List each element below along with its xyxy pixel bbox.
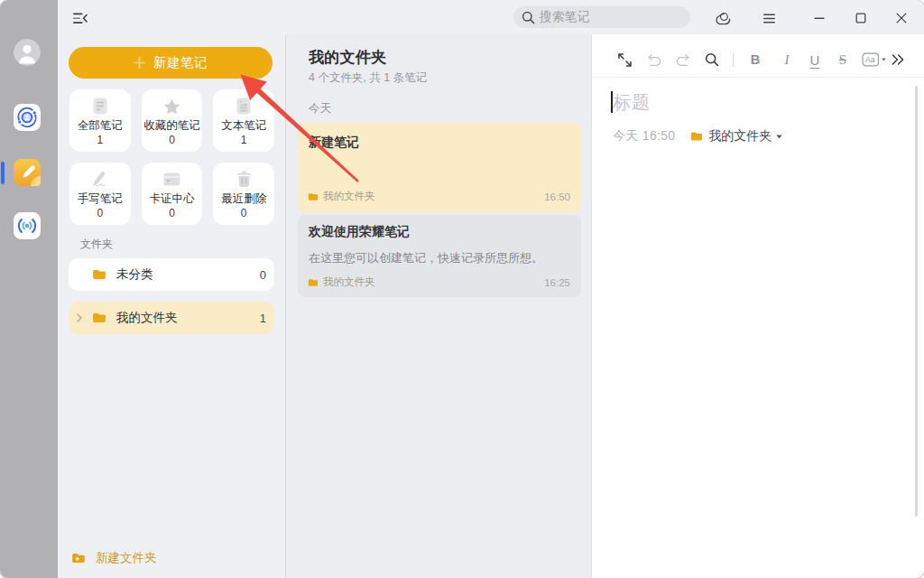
- more-tools-button[interactable]: [886, 48, 910, 71]
- folder-count: 0: [260, 268, 266, 282]
- category-all-notes[interactable]: 全部笔记 1: [69, 89, 131, 152]
- category-count: 1: [241, 134, 247, 146]
- expand-icon: [617, 52, 633, 68]
- note-folder: 我的文件夹: [323, 275, 544, 289]
- minimize-icon: [814, 13, 825, 23]
- category-grid: 全部笔记 1 收藏的笔记 0: [69, 89, 274, 225]
- note-time: 16:25: [544, 277, 570, 288]
- app-menu-button[interactable]: [757, 6, 781, 30]
- underline-glyph: U: [810, 52, 820, 68]
- redo-icon: [676, 54, 689, 66]
- note-title-placeholder[interactable]: 标题: [613, 90, 651, 115]
- maximize-button[interactable]: [849, 6, 873, 30]
- editor-toolbar: B I U S Aa: [592, 34, 924, 78]
- note-list-title: 我的文件夹: [309, 47, 387, 68]
- category-starred-notes[interactable]: 收藏的笔记 0: [142, 89, 203, 152]
- category-count: 0: [241, 207, 247, 219]
- new-folder-label: 新建文件夹: [96, 550, 157, 566]
- sync-button[interactable]: [711, 6, 735, 30]
- category-label: 收藏的笔记: [143, 119, 200, 133]
- note-folder: 我的文件夹: [323, 190, 544, 203]
- folder-name: 未分类: [116, 266, 260, 283]
- font-style-button[interactable]: Aa: [859, 48, 890, 71]
- minimize-button[interactable]: [808, 6, 831, 30]
- strikethrough-glyph: S: [839, 52, 846, 68]
- titlebar: 搜索笔记: [58, 0, 924, 34]
- redo-button[interactable]: [670, 48, 694, 71]
- category-count: 0: [169, 207, 175, 219]
- menu-icon: [763, 14, 775, 23]
- note-group-label: 今天: [309, 101, 331, 117]
- folder-selector[interactable]: 我的文件夹: [690, 128, 782, 144]
- bold-glyph: B: [751, 52, 760, 67]
- note-time: 16:50: [544, 191, 570, 202]
- collapse-sidebar-button[interactable]: [72, 12, 90, 25]
- category-card-center[interactable]: 卡证中心 0: [142, 163, 203, 225]
- folder-icon: [92, 311, 106, 325]
- note-card-new-note[interactable]: 新建笔记 我的文件夹 16:50: [298, 123, 581, 212]
- note-timestamp: 今天 16:50: [613, 128, 675, 144]
- italic-button[interactable]: I: [775, 48, 799, 71]
- note-card-welcome[interactable]: 欢迎使用荣耀笔记 在这里您可以创建笔记，快速记录所思所想。 我的文件夹 16:2…: [298, 215, 581, 297]
- search-icon: [522, 11, 535, 24]
- new-note-button[interactable]: 新建笔记: [69, 47, 273, 79]
- note-meta-row: 今天 16:50 我的文件夹: [613, 128, 782, 144]
- folder-name: 我的文件夹: [116, 310, 260, 326]
- folder-icon: [92, 267, 106, 282]
- user-avatar[interactable]: [14, 39, 41, 66]
- plus-icon: [134, 57, 145, 69]
- fullscreen-button[interactable]: [613, 48, 636, 71]
- close-icon: [896, 13, 907, 23]
- user-avatar-icon: [14, 39, 41, 66]
- active-app-indicator: [1, 162, 5, 184]
- app-window: 搜索笔记: [0, 0, 924, 578]
- category-label: 最近删除: [221, 192, 266, 206]
- double-chevron-right-icon: [892, 54, 904, 65]
- category-count: 1: [97, 134, 103, 146]
- new-folder-button[interactable]: 新建文件夹: [71, 550, 157, 566]
- device-collaboration-app-icon[interactable]: [14, 104, 41, 131]
- dock-rail: [0, 0, 58, 578]
- category-text-notes[interactable]: 文本笔记 1: [213, 89, 274, 152]
- undo-icon: [648, 54, 661, 66]
- folder-icon: [308, 191, 319, 202]
- folder-count: 1: [260, 312, 266, 325]
- search-input[interactable]: 搜索笔记: [513, 6, 690, 28]
- close-button[interactable]: [890, 6, 913, 30]
- caret-down-icon: [776, 135, 782, 139]
- collapse-sidebar-icon: [72, 13, 88, 24]
- broadcast-app-icon[interactable]: [14, 212, 41, 239]
- italic-glyph: I: [785, 52, 790, 68]
- undo-button[interactable]: [642, 48, 666, 71]
- new-folder-icon: [71, 551, 86, 565]
- star-icon: [163, 98, 180, 115]
- category-count: 0: [97, 207, 103, 219]
- note-preview: 在这里您可以创建笔记，快速记录所思所想。: [309, 250, 570, 266]
- note-title: 欢迎使用荣耀笔记: [309, 224, 570, 240]
- category-label: 全部笔记: [78, 119, 123, 133]
- sidebar: 新建笔记 全部笔记 1: [58, 34, 286, 578]
- bold-button[interactable]: B: [744, 48, 767, 71]
- new-note-label: 新建笔记: [153, 54, 208, 71]
- underline-button[interactable]: U: [803, 48, 827, 71]
- note-title: 新建笔记: [309, 135, 570, 151]
- category-recently-deleted[interactable]: 最近删除 0: [213, 163, 274, 225]
- strikethrough-button[interactable]: S: [831, 48, 855, 71]
- folder-row-uncategorized[interactable]: 未分类 0: [69, 258, 274, 291]
- search-icon: [705, 52, 719, 67]
- category-count: 0: [169, 134, 175, 146]
- toolbar-divider: [733, 52, 734, 67]
- folders-section-label: 文件夹: [80, 237, 113, 252]
- category-label: 手写笔记: [78, 192, 123, 206]
- editor-scrollbar[interactable]: [915, 86, 918, 517]
- font-style-icon: Aa: [862, 52, 887, 67]
- find-in-note-button[interactable]: [700, 48, 724, 71]
- chevron-right-icon: [77, 313, 92, 322]
- category-label: 卡证中心: [149, 192, 194, 206]
- search-placeholder: 搜索笔记: [540, 9, 590, 25]
- notes-app-icon[interactable]: [14, 159, 41, 186]
- folder-selector-label: 我的文件夹: [708, 128, 772, 144]
- svg-text:Aa: Aa: [865, 55, 875, 64]
- folder-row-my-folder[interactable]: 我的文件夹 1: [69, 302, 274, 334]
- category-handwritten-notes[interactable]: 手写笔记 0: [69, 163, 131, 225]
